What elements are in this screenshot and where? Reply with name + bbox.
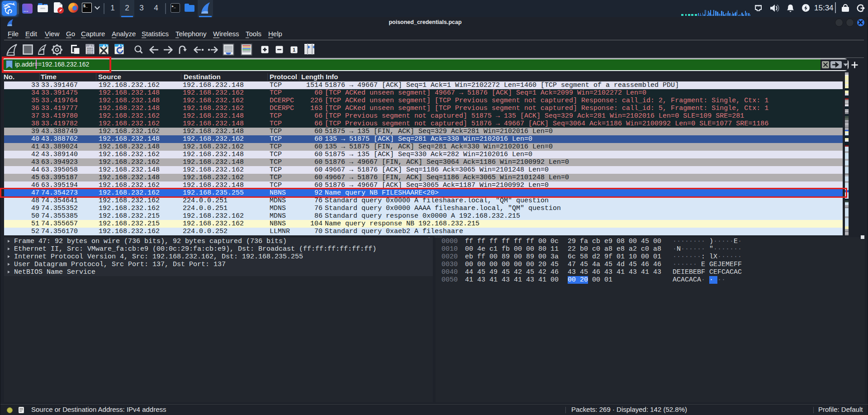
svg-text:0111: 0111 [87,52,94,55]
svg-text:1: 1 [293,47,295,52]
